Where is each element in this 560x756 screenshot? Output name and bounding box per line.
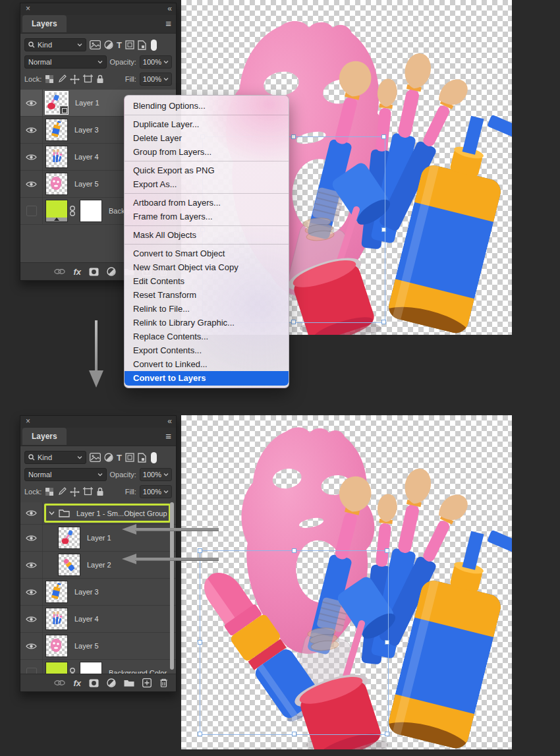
layer-mask-thumbnail[interactable] — [80, 200, 102, 222]
filter-pixel-layers-icon[interactable] — [90, 453, 101, 462]
layer-mask-thumbnail[interactable] — [80, 662, 102, 674]
layer-thumbnail[interactable] — [45, 581, 68, 603]
link-icon[interactable] — [69, 205, 76, 217]
menu-item-reset-transform[interactable]: Reset Transform — [125, 288, 289, 302]
delete-layer-icon[interactable] — [159, 678, 168, 687]
lock-artboard-icon[interactable] — [83, 487, 93, 496]
lock-all-icon[interactable] — [96, 74, 104, 84]
collapse-icon[interactable]: « — [167, 4, 171, 13]
layer-row-layer4[interactable]: Layer 4 — [20, 606, 176, 633]
menu-item-duplicate-layer[interactable]: Duplicate Layer... — [125, 117, 289, 131]
fill-field[interactable]: 100% — [140, 73, 172, 86]
layer-thumbnail[interactable] — [45, 119, 68, 141]
menu-item-export-contents[interactable]: Export Contents... — [125, 343, 289, 357]
visibility-toggle[interactable] — [20, 552, 43, 578]
lock-artboard-icon[interactable] — [83, 74, 93, 84]
layer-thumbnail[interactable] — [45, 91, 69, 115]
transform-handle[interactable] — [292, 548, 296, 553]
filter-type-icon[interactable]: T — [117, 453, 122, 463]
filter-smart-object-icon[interactable] — [138, 453, 146, 463]
blend-mode-select[interactable]: Normal — [24, 55, 107, 69]
menu-item-convert-to-smart-object[interactable]: Convert to Smart Object — [125, 247, 289, 260]
menu-item-replace-contents[interactable]: Replace Contents... — [125, 330, 289, 343]
layer-thumbnail[interactable] — [45, 173, 68, 195]
menu-item-new-smart-object-via-copy[interactable]: New Smart Object via Copy — [125, 260, 289, 274]
add-mask-icon[interactable] — [89, 268, 99, 276]
layer-row-smart-object-group[interactable]: Layer 1 - Sm...Object Group — [20, 502, 176, 525]
transform-handle[interactable] — [198, 548, 202, 553]
filter-toggle[interactable] — [151, 452, 157, 463]
adjustment-layer-icon[interactable] — [107, 267, 116, 276]
menu-item-group-from-layers[interactable]: Group from Layers... — [125, 145, 289, 159]
transform-handle[interactable] — [292, 732, 296, 736]
link-layers-icon[interactable] — [54, 268, 65, 275]
menu-item-convert-to-layers[interactable]: Convert to Layers — [125, 371, 289, 386]
transform-handle[interactable] — [385, 640, 389, 645]
layer-thumbnail[interactable] — [58, 554, 80, 576]
new-group-icon[interactable] — [124, 679, 134, 687]
filter-adjustment-icon[interactable] — [104, 453, 113, 462]
transform-box[interactable] — [200, 550, 389, 735]
lock-paint-icon[interactable] — [57, 74, 67, 84]
filter-kind-select[interactable]: Kind — [24, 451, 86, 464]
layer-row-background-color[interactable]: Background Color — [20, 660, 176, 674]
menu-item-artboard-from-layers[interactable]: Artboard from Layers... — [125, 196, 289, 210]
lock-transparency-icon[interactable] — [45, 74, 54, 84]
menu-item-delete-layer[interactable]: Delete Layer — [125, 131, 289, 145]
opacity-field[interactable]: 100% — [140, 468, 172, 481]
menu-item-relink-to-file[interactable]: Relink to File... — [125, 302, 289, 316]
chevron-expand-icon[interactable] — [49, 511, 55, 515]
filter-smart-object-icon[interactable] — [138, 40, 146, 50]
tab-layers[interactable]: Layers — [22, 15, 67, 32]
transform-handle[interactable] — [381, 320, 386, 324]
filter-pixel-layers-icon[interactable] — [90, 40, 101, 49]
menu-item-quick-export-png[interactable]: Quick Export as PNG — [125, 163, 289, 177]
collapse-icon[interactable]: « — [167, 417, 171, 426]
filter-kind-select[interactable]: Kind — [24, 38, 86, 51]
link-layers-icon[interactable] — [54, 680, 65, 686]
filter-shape-icon[interactable] — [125, 453, 134, 462]
layer-row-layer3[interactable]: Layer 3 — [20, 579, 176, 606]
menu-item-export-as[interactable]: Export As... — [125, 177, 289, 191]
visibility-toggle[interactable] — [20, 198, 43, 224]
panel-menu-icon[interactable]: ≡ — [165, 430, 171, 442]
transform-handle[interactable] — [198, 640, 202, 645]
lock-paint-icon[interactable] — [57, 487, 67, 496]
layer-thumbnail[interactable] — [58, 527, 80, 549]
transform-handle[interactable] — [385, 548, 389, 553]
visibility-toggle[interactable] — [20, 502, 43, 524]
menu-item-edit-contents[interactable]: Edit Contents — [125, 274, 289, 288]
transform-handle[interactable] — [381, 227, 386, 232]
visibility-toggle[interactable] — [20, 633, 43, 659]
blend-mode-select[interactable]: Normal — [24, 468, 107, 481]
layer-row-layer5[interactable]: Layer 5 — [20, 633, 176, 660]
transform-handle[interactable] — [291, 320, 296, 324]
new-layer-icon[interactable] — [142, 678, 152, 687]
visibility-toggle[interactable] — [20, 579, 43, 605]
layer-thumbnail[interactable] — [45, 146, 68, 168]
visibility-toggle[interactable] — [20, 660, 43, 674]
lock-position-icon[interactable] — [70, 487, 80, 497]
close-icon[interactable]: × — [26, 417, 30, 426]
filter-shape-icon[interactable] — [125, 40, 134, 49]
lock-all-icon[interactable] — [96, 487, 104, 496]
transform-handle[interactable] — [381, 134, 386, 139]
visibility-toggle[interactable] — [20, 144, 43, 170]
layer-thumbnail[interactable] — [45, 635, 68, 657]
panel-menu-icon[interactable]: ≡ — [165, 18, 171, 29]
transform-handle[interactable] — [198, 732, 202, 736]
menu-item-frame-from-layers[interactable]: Frame from Layers... — [125, 210, 289, 223]
layer-style-icon[interactable]: fx — [73, 267, 81, 277]
filter-adjustment-icon[interactable] — [104, 40, 113, 49]
menu-item-convert-to-linked[interactable]: Convert to Linked... — [125, 357, 289, 371]
visibility-toggle[interactable] — [20, 171, 43, 197]
filter-type-icon[interactable]: T — [117, 40, 122, 50]
menu-item-relink-to-library-graphic[interactable]: Relink to Library Graphic... — [125, 316, 289, 330]
add-mask-icon[interactable] — [89, 679, 99, 687]
lock-position-icon[interactable] — [70, 74, 80, 84]
opacity-field[interactable]: 100% — [140, 55, 172, 69]
menu-item-mask-all-objects[interactable]: Mask All Objects — [125, 228, 289, 242]
background-color-swatch[interactable] — [45, 200, 68, 222]
background-color-swatch[interactable] — [45, 662, 68, 674]
close-icon[interactable]: × — [26, 4, 30, 13]
